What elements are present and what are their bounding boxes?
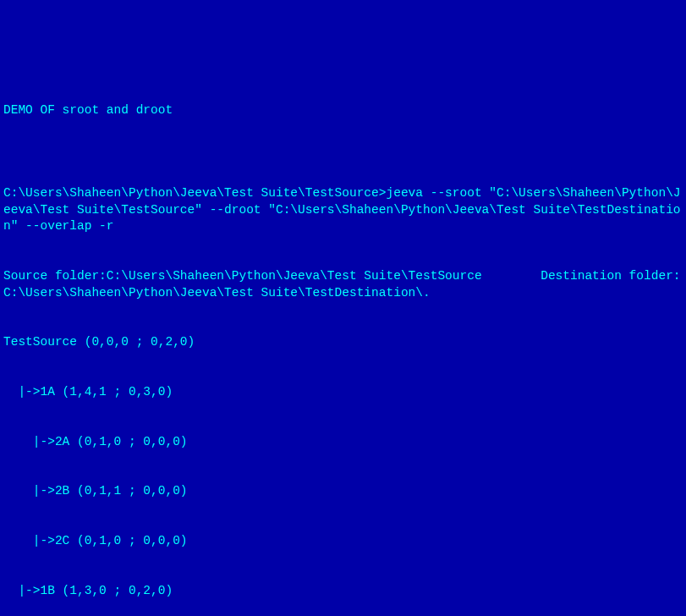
terminal-line: |->2A (0,1,0 ; 0,0,0) (3, 434, 683, 451)
terminal-line: |->1A (1,4,1 ; 0,3,0) (3, 384, 683, 401)
terminal-line: |->1B (1,3,0 ; 0,2,0) (3, 583, 683, 600)
terminal-line: C:\Users\Shaheen\Python\Jeeva\Test Suite… (3, 185, 683, 235)
terminal-line: |->2C (0,1,0 ; 0,0,0) (3, 533, 683, 550)
terminal-window[interactable]: DEMO OF sroot and droot C:\Users\Shaheen… (3, 69, 683, 616)
terminal-line: DEMO OF sroot and droot (3, 102, 683, 119)
terminal-line: |->2B (0,1,1 ; 0,0,0) (3, 483, 683, 500)
terminal-line: TestSource (0,0,0 ; 0,2,0) (3, 334, 683, 351)
terminal-line: Source folder:C:\Users\Shaheen\Python\Je… (3, 268, 683, 301)
